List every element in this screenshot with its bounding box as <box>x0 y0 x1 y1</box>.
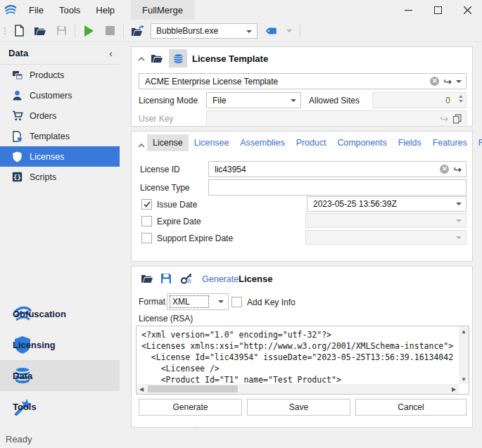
add-key-info-label: Add Key Info <box>247 297 296 307</box>
allowed-sites-spinner[interactable]: 0 <box>372 92 467 108</box>
sidebar-item-label: Licenses <box>30 152 64 162</box>
open-license-icon[interactable] <box>140 273 154 284</box>
template-name-value: ACME Enterprise License Template <box>145 77 278 87</box>
sidebar-item-label: Scripts <box>30 172 56 182</box>
key-icon[interactable] <box>179 271 194 286</box>
format-label: Format <box>139 297 165 307</box>
tag-button[interactable] <box>262 23 280 39</box>
close-button[interactable] <box>452 0 482 20</box>
tab-licensee[interactable]: Licensee <box>189 134 235 151</box>
shield-icon <box>11 151 23 162</box>
save-button-toolbar[interactable] <box>52 23 70 39</box>
sidebar-item-label: Products <box>30 70 64 80</box>
template-name-combobox[interactable]: ACME Enterprise License Template ✕ ↪ <box>139 73 467 89</box>
collapse-panel-icon[interactable] <box>137 54 146 64</box>
issue-date-dropdown[interactable]: 2023-05-25 13:56:39Z <box>307 196 467 212</box>
redo-icon[interactable]: ↪ <box>443 77 452 87</box>
scroll-right-icon[interactable]: ▶ <box>449 384 459 394</box>
allowed-sites-value: 0 <box>373 96 466 105</box>
chevron-down-icon[interactable] <box>246 30 252 33</box>
target-exe-combobox[interactable]: BubbleBurst.exe <box>151 23 258 39</box>
chevron-down-icon[interactable] <box>456 80 462 83</box>
chevron-down-icon[interactable] <box>291 99 296 102</box>
licensing-mode-label: Licensing Mode <box>139 96 198 105</box>
sidebar-item-orders[interactable]: Orders <box>0 105 120 126</box>
menu-help[interactable]: Help <box>88 0 122 20</box>
run-button[interactable] <box>80 23 98 39</box>
open-template-icon[interactable] <box>150 53 164 64</box>
scroll-left-icon[interactable]: ◀ <box>137 384 146 394</box>
redo-icon[interactable]: ↪ <box>440 114 448 124</box>
horizontal-scrollbar[interactable]: ◀ ▶ <box>137 384 459 394</box>
licensing-mode-dropdown[interactable]: File <box>206 92 301 108</box>
clear-icon[interactable]: ✕ <box>430 77 439 86</box>
chevron-down-icon[interactable] <box>218 300 224 303</box>
support-expire-date-dropdown[interactable] <box>305 230 467 245</box>
target-exe-value: BubbleBurst.exe <box>156 26 218 36</box>
license-rsa-label: License (RSA) <box>139 314 193 324</box>
maximize-button[interactable] <box>423 0 452 20</box>
nav-item-data[interactable]: Data <box>0 360 120 391</box>
spinner-arrows-icon[interactable] <box>459 95 463 103</box>
chevron-down-icon[interactable] <box>456 203 462 205</box>
menu-tools[interactable]: Tools <box>51 0 88 20</box>
vertical-scrollbar[interactable]: ▲ ▼ <box>459 326 469 384</box>
app-tab-fullmerge[interactable]: FullMerge <box>131 0 194 20</box>
format-dropdown[interactable]: XML <box>167 293 229 310</box>
license-xml-textarea[interactable]: <?xml version="1.0" encoding="utf-32"?> … <box>136 326 469 395</box>
sidebar-item-products[interactable]: Products <box>0 65 120 85</box>
template-source-database-icon[interactable] <box>169 49 187 68</box>
nav-item-tools[interactable]: Tools <box>0 391 120 422</box>
open-button[interactable] <box>31 23 49 39</box>
new-file-button[interactable] <box>10 23 28 39</box>
toolbar-separator <box>123 24 124 38</box>
tab-assemblies[interactable]: Assemblies <box>234 134 290 151</box>
support-expire-date-checkbox[interactable] <box>141 233 152 243</box>
support-expire-date-label: Support Expire Date <box>157 233 233 243</box>
toolbar: BubbleBurst.exe <box>0 20 482 42</box>
save-license-icon[interactable] <box>160 272 172 285</box>
scrollbar-thumb[interactable] <box>148 385 238 392</box>
generate-link[interactable]: Generate <box>202 274 239 284</box>
issue-date-checkbox[interactable] <box>141 199 152 210</box>
nav-item-label: Licensing <box>13 340 56 350</box>
stop-button[interactable] <box>101 23 119 39</box>
license-template-panel: License Template ACME Enterprise License… <box>131 46 473 127</box>
cancel-button[interactable]: Cancel <box>355 399 467 416</box>
user-key-input[interactable]: ↪ <box>206 110 467 127</box>
license-type-label: License Type <box>140 183 190 193</box>
collapse-panel-icon[interactable] <box>137 141 146 151</box>
tab-product[interactable]: Product <box>291 134 332 151</box>
add-key-info-checkbox[interactable] <box>232 297 242 307</box>
scroll-up-icon[interactable]: ▲ <box>459 326 469 336</box>
collapse-sidebar-icon[interactable]: ‹ <box>109 49 113 58</box>
license-type-input[interactable] <box>208 179 467 196</box>
expire-date-checkbox[interactable] <box>141 216 152 226</box>
expire-date-dropdown[interactable] <box>305 213 467 228</box>
tab-restrictions[interactable]: Restrictions <box>473 134 482 151</box>
sidebar-item-templates[interactable]: Templates <box>0 126 120 146</box>
sidebar-item-scripts[interactable]: {} Scripts <box>0 167 120 187</box>
nav-item-obfuscation[interactable]: Obfuscation <box>0 298 120 329</box>
tab-features[interactable]: Features <box>427 134 473 151</box>
generate-button[interactable]: Generate <box>139 399 242 416</box>
tag-dropdown-button[interactable] <box>283 23 296 39</box>
redo-icon[interactable]: ↪ <box>453 165 462 174</box>
export-build-button[interactable] <box>128 23 146 39</box>
tab-components[interactable]: Components <box>331 134 392 151</box>
clear-icon[interactable]: ✕ <box>440 165 449 174</box>
menu-file[interactable]: File <box>21 0 51 20</box>
nav-item-licensing[interactable]: Licensing <box>0 329 120 360</box>
sidebar-item-customers[interactable]: Customers <box>0 85 120 105</box>
license-id-input[interactable]: lic43954 ✕ ↪ <box>208 161 467 177</box>
customers-icon <box>11 89 23 101</box>
toolbar-grip[interactable] <box>1 27 8 34</box>
minimize-button[interactable] <box>393 0 423 20</box>
sidebar-item-licenses[interactable]: Licenses <box>0 146 120 167</box>
tab-license[interactable]: License <box>147 134 189 151</box>
issue-date-label: Issue Date <box>157 200 197 210</box>
scroll-down-icon[interactable]: ▼ <box>459 374 469 384</box>
save-button[interactable]: Save <box>247 399 350 416</box>
copy-icon[interactable] <box>452 114 462 124</box>
tab-fields[interactable]: Fields <box>393 134 427 151</box>
